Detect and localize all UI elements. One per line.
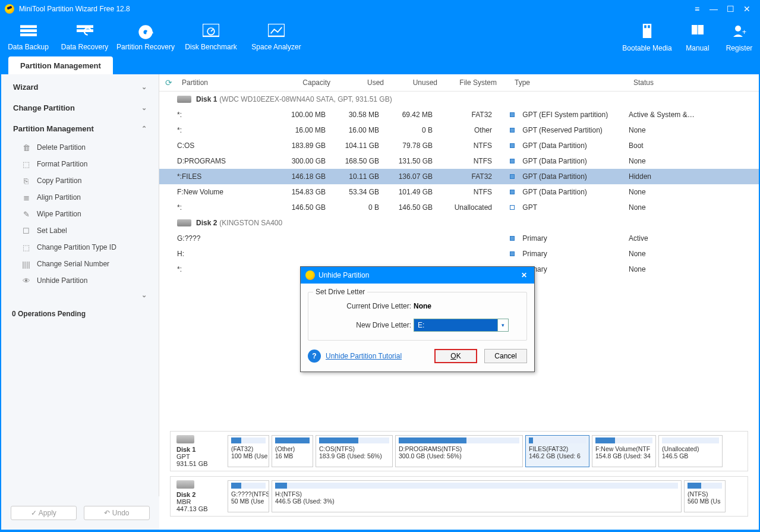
help-icon[interactable]: ?	[308, 350, 321, 363]
col-partition: Partition	[182, 78, 283, 87]
partition-row[interactable]: *:100.00 MB30.58 MB69.42 MBFAT32 GPT (EF…	[159, 107, 759, 122]
sidebar-item-label: Change Serial Number	[37, 260, 109, 268]
partition-row[interactable]: H: PrimaryNone	[159, 246, 759, 262]
sidebar-item[interactable]: ≣Align Partition	[1, 189, 159, 206]
cancel-button[interactable]: Cancel	[484, 349, 527, 363]
action-icon: ☐	[21, 226, 31, 235]
sidebar: Wizard⌄ Change Partition⌄ Partition Mana…	[1, 74, 159, 530]
svg-rect-3	[77, 25, 93, 28]
action-icon: ✎	[21, 209, 31, 219]
sidebar-item-label: Copy Partition	[37, 177, 81, 185]
sidebar-item[interactable]: ✎Wipe Partition	[1, 206, 159, 222]
sidebar-item[interactable]: ⬚Format Partition	[1, 156, 159, 172]
dialog-title: Unhide Partition	[318, 271, 369, 279]
operations-pending: 0 Operations Pending	[1, 301, 159, 326]
fieldset-legend: Set Drive Letter	[313, 288, 367, 296]
sidebar-item-label: Set Label	[37, 226, 67, 235]
diskmap-partition[interactable]: (NTFS)560 MB (Us	[684, 480, 726, 512]
diskmap-partition[interactable]: F:New Volume(NTF154.8 GB (Used: 34	[592, 435, 656, 467]
action-icon: ⬚	[21, 159, 31, 169]
ribbon-space-analyzer[interactable]: Space Analyzer	[244, 24, 309, 74]
type-color-icon	[510, 251, 515, 256]
svg-point-16	[735, 26, 741, 32]
undo-button[interactable]: ↶ Undo	[84, 506, 150, 520]
menu-icon[interactable]: ≡	[689, 3, 705, 15]
chevron-up-icon: ⌃	[141, 125, 147, 133]
close-icon[interactable]: ✕	[739, 3, 755, 15]
diskmap-partition[interactable]: D:PROGRAMS(NTFS)300.0 GB (Used: 56%)	[395, 435, 523, 467]
svg-line-9	[211, 29, 213, 31]
col-capacity: Capacity	[283, 78, 342, 87]
svg-rect-12	[644, 25, 647, 28]
action-icon: 🗑	[21, 143, 31, 152]
tab-partition-management[interactable]: Partition Management	[8, 56, 113, 75]
partition-row[interactable]: *:FILES146.18 GB10.11 GB136.07 GBFAT32 G…	[159, 169, 759, 184]
maximize-icon[interactable]: ☐	[722, 3, 739, 15]
new-drive-letter-label: New Drive Letter:	[316, 321, 414, 329]
sidebar-item-label: Align Partition	[37, 193, 81, 202]
partition-row[interactable]: C:OS183.89 GB104.11 GB79.78 GBNTFS GPT (…	[159, 138, 759, 153]
sidebar-section-partition-management[interactable]: Partition Management⌃	[1, 118, 159, 139]
type-color-icon	[510, 128, 515, 133]
ribbon-disk-benchmark[interactable]: Disk Benchmark	[178, 24, 244, 74]
diskmap-partition[interactable]: FILES(FAT32)146.2 GB (Used: 6	[525, 435, 589, 467]
ribbon-manual[interactable]: Manual	[677, 24, 718, 74]
disk2-header[interactable]: Disk 2(KINGSTON SA400	[159, 215, 759, 231]
diskmap-partition[interactable]: C:OS(NTFS)183.9 GB (Used: 56%)	[316, 435, 393, 467]
tutorial-link[interactable]: Unhide Partition Tutorial	[326, 352, 402, 360]
svg-rect-2	[20, 33, 37, 36]
partition-row[interactable]: D:PROGRAMS300.00 GB168.50 GB131.50 GBNTF…	[159, 153, 759, 169]
sidebar-item[interactable]: ⎘Copy Partition	[1, 172, 159, 189]
refresh-icon[interactable]: ⟳	[165, 78, 177, 87]
col-used: Used	[342, 78, 396, 87]
table-header: ⟳ Partition Capacity Used Unused File Sy…	[159, 74, 759, 92]
ribbon-bootable-media[interactable]: Bootable Media	[617, 24, 677, 74]
chevron-down-icon: ⌄	[141, 83, 147, 91]
sidebar-item[interactable]: ⬚Change Partition Type ID	[1, 239, 159, 256]
type-color-icon	[510, 190, 515, 194]
type-color-icon	[510, 205, 515, 210]
sidebar-section-change-partition[interactable]: Change Partition⌄	[1, 97, 159, 118]
diskmap-partition[interactable]: (Other)16 MB	[272, 435, 313, 467]
svg-rect-10	[268, 24, 285, 36]
diskmap-partition[interactable]: (FAT32)100 MB (Use	[228, 435, 269, 467]
diskmap-label: Disk 2MBR447.13 GB	[174, 480, 225, 512]
sidebar-item[interactable]: ☐Set Label	[1, 222, 159, 239]
sidebar-section-wizard[interactable]: Wizard⌄	[1, 77, 159, 97]
new-drive-letter-select[interactable]: E:▾	[414, 319, 509, 332]
diskmap-partition[interactable]: (Unallocated)146.5 GB	[658, 435, 723, 467]
sidebar-item[interactable]: ||||Change Serial Number	[1, 256, 159, 272]
dialog-titlebar[interactable]: Unhide Partition ✕	[301, 267, 534, 284]
action-icon: ||||	[21, 259, 31, 269]
app-logo-icon	[5, 4, 14, 14]
disk-icon	[176, 435, 194, 443]
disk1-header[interactable]: Disk 1(WDC WD10EZEX-08WN4A0 SATA, GPT, 9…	[159, 92, 759, 107]
ribbon-register[interactable]: +Register	[718, 24, 760, 74]
app-logo-icon	[305, 270, 315, 280]
disk-icon	[177, 96, 191, 103]
col-filesystem: File System	[449, 78, 515, 87]
sidebar-item-label: Delete Partition	[37, 143, 86, 152]
window-title: MiniTool Partition Wizard Free 12.8	[19, 5, 130, 13]
partition-row[interactable]: *:146.50 GB0 B146.50 GBUnallocated GPTNo…	[159, 200, 759, 215]
sidebar-item[interactable]: 🗑Delete Partition	[1, 139, 159, 156]
action-icon: ≣	[21, 193, 31, 202]
dialog-close-icon[interactable]: ✕	[519, 271, 529, 279]
partition-row[interactable]: F:New Volume154.83 GB53.34 GB101.49 GBNT…	[159, 184, 759, 200]
minimize-icon[interactable]: —	[705, 3, 722, 15]
ribbon-toolbar: Data Backup Data Recovery Partition Reco…	[0, 18, 760, 74]
diskmap-partition[interactable]: H:(NTFS)446.5 GB (Used: 3%)	[272, 480, 682, 512]
svg-rect-1	[20, 29, 37, 32]
apply-button[interactable]: ✓ Apply	[11, 506, 77, 520]
ribbon-partition-recovery[interactable]: Partition Recovery	[113, 24, 178, 74]
sidebar-item-label: Wipe Partition	[37, 210, 81, 218]
sidebar-item[interactable]: 👁Unhide Partition	[1, 272, 159, 289]
partition-row[interactable]: G:???? PrimaryActive	[159, 231, 759, 246]
diskmap-partition[interactable]: G:????(NTFS50 MB (Use	[228, 480, 269, 512]
diskmap-label: Disk 1GPT931.51 GB	[174, 435, 225, 467]
ok-button[interactable]: OK	[434, 349, 477, 363]
svg-text:+: +	[742, 28, 746, 36]
partition-row[interactable]: *:16.00 MB16.00 MB0 BOther GPT (Reserved…	[159, 122, 759, 138]
type-color-icon	[510, 143, 515, 148]
svg-rect-0	[20, 25, 37, 28]
